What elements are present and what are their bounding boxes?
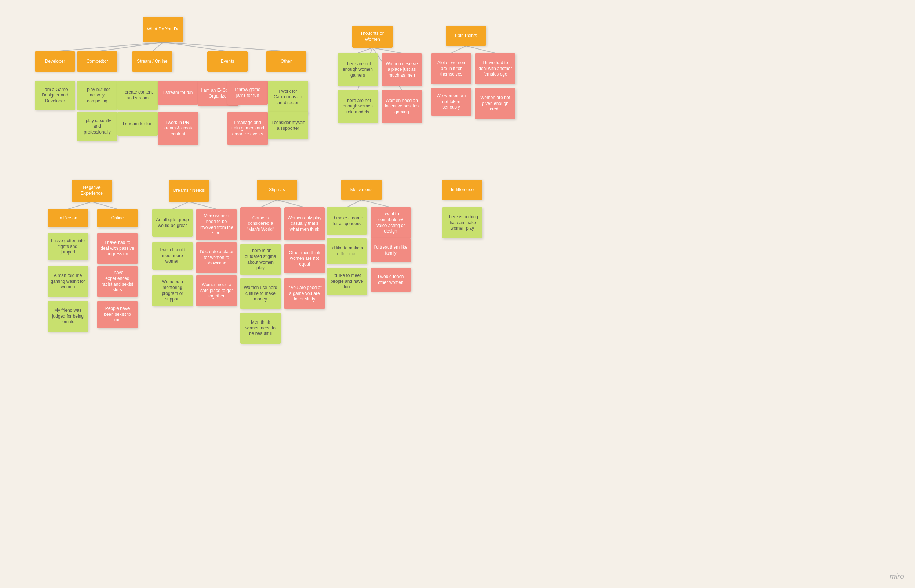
sticky-women-use-nerd[interactable]: Women use nerd culture to make money	[240, 278, 281, 309]
sticky-motivations[interactable]: Motivations	[341, 180, 382, 200]
sticky-all-girls-group[interactable]: An all girls group would be great	[152, 209, 192, 237]
sticky-create-content[interactable]: I create content and stream	[117, 81, 158, 110]
sticky-passive-aggression[interactable]: I have had to deal with passive aggressi…	[97, 233, 137, 264]
sticky-people-sexist[interactable]: People have been sexist to me	[97, 301, 137, 328]
sticky-women-play-casually[interactable]: Women only play casually that's what men…	[285, 207, 325, 240]
sticky-wish-meet-more[interactable]: I wish I could meet more women	[152, 242, 192, 270]
sticky-friend-judged[interactable]: My friend was judged for being female	[48, 301, 88, 332]
sticky-men-think-beautiful[interactable]: Men think women need to be beautiful	[240, 313, 281, 344]
sticky-consider-supporter[interactable]: I consider myself a supporter	[268, 112, 308, 139]
sticky-play-not-competing[interactable]: I play but not actively competing	[77, 81, 117, 110]
sticky-not-enough-gamers[interactable]: There are not enough women gamers	[338, 53, 378, 86]
svg-line-1	[97, 42, 163, 51]
sticky-deal-with-ego[interactable]: I have had to deal with another females …	[475, 53, 516, 84]
sticky-other[interactable]: Other	[266, 51, 306, 71]
sticky-game-designer[interactable]: I am a Game Designer and Developer	[35, 81, 75, 110]
sticky-mans-world[interactable]: Game is considered a "Man's World"	[240, 207, 281, 240]
sticky-safe-place-together[interactable]: Women need a safe place to get together	[196, 275, 237, 306]
sticky-nothing-make-play[interactable]: There is nothing that can make women pla…	[442, 207, 482, 238]
sticky-men-not-equal[interactable]: Other men think women are not equal	[285, 244, 325, 273]
sticky-treat-family[interactable]: I'd treat them like family	[370, 238, 411, 262]
sticky-stigmas[interactable]: Stigmas	[257, 180, 297, 200]
sticky-developer[interactable]: Developer	[35, 51, 75, 71]
sticky-stream-for-fun[interactable]: I stream for fun	[158, 81, 198, 105]
svg-line-9	[451, 46, 466, 53]
sticky-fat-or-slutty[interactable]: If you are good at a game you are fat or…	[285, 278, 325, 309]
sticky-indifference[interactable]: Indifference	[442, 180, 482, 200]
svg-line-13	[173, 202, 189, 209]
sticky-negative-experience[interactable]: Negative Experience	[71, 180, 112, 202]
svg-line-18	[361, 200, 391, 207]
miro-logo: miro	[890, 572, 904, 581]
sticky-not-enough-role-models[interactable]: There are not enough women role models	[338, 90, 378, 123]
sticky-not-taken-seriously[interactable]: We women are not taken seriously	[431, 88, 472, 116]
svg-line-6	[372, 48, 402, 53]
sticky-events[interactable]: Events	[207, 51, 247, 71]
sticky-teach-other-women[interactable]: I would teach other women	[370, 268, 411, 292]
sticky-contribute-voice[interactable]: I want to contribute w/ voice acting or …	[370, 207, 411, 238]
sticky-dreams-needs[interactable]: Dreams / Needs	[169, 180, 209, 202]
sticky-more-women-involved[interactable]: More women need to be involved from the …	[196, 209, 237, 240]
sticky-work-for-capcom[interactable]: I work for Capcom as an art director	[268, 81, 308, 114]
svg-line-2	[152, 42, 163, 51]
svg-line-15	[260, 200, 277, 207]
svg-line-14	[189, 202, 217, 209]
svg-line-0	[55, 42, 163, 51]
sticky-alot-in-it[interactable]: Alot of women are in it for themselves	[431, 53, 472, 84]
svg-line-10	[466, 46, 495, 53]
sticky-in-person[interactable]: In Person	[48, 209, 88, 228]
sticky-work-pr[interactable]: I work in PR, stream & create content	[158, 112, 198, 145]
sticky-meet-people-fun[interactable]: I'd like to meet people and have fun	[327, 268, 367, 295]
sticky-need-incentive[interactable]: Women need an incentive besides gaming	[382, 90, 422, 123]
sticky-make-difference[interactable]: I'd like to make a difference	[327, 238, 367, 264]
sticky-make-game-genders[interactable]: I'd make a game for all genders	[327, 207, 367, 235]
svg-line-12	[92, 202, 117, 209]
svg-line-16	[277, 200, 304, 207]
sticky-stream-for-fun2[interactable]: I stream for fun	[117, 112, 158, 136]
sticky-play-casually[interactable]: I play casually and professionally	[77, 112, 117, 141]
svg-line-5	[358, 48, 372, 53]
sticky-competitor[interactable]: Competitor	[77, 51, 117, 71]
sticky-what-do-you-do[interactable]: What Do You Do	[143, 16, 183, 42]
sticky-racist-sexist[interactable]: I have experienced racist and sexist slu…	[97, 266, 137, 297]
sticky-outdated-stigma[interactable]: There is an outdated stigma about women …	[240, 244, 281, 275]
sticky-create-place-showcase[interactable]: I'd create a place for women to showcase	[196, 242, 237, 273]
sticky-manage-train[interactable]: I manage and train gamers and organize e…	[228, 112, 268, 145]
sticky-gotten-fights[interactable]: I have gotten into fights and jumped	[48, 233, 88, 260]
miro-board: What Do You DoDeveloperCompetitorStream …	[0, 0, 915, 588]
sticky-online[interactable]: Online	[97, 209, 137, 228]
sticky-deserve-place[interactable]: Women deserve a place just as much as me…	[382, 53, 422, 86]
svg-line-3	[163, 42, 228, 51]
svg-line-4	[163, 42, 286, 51]
sticky-not-enough-credit[interactable]: Women are not given enough credit	[475, 88, 516, 119]
sticky-pain-points[interactable]: Pain Points	[446, 26, 486, 46]
sticky-stream-online[interactable]: Stream / Online	[132, 51, 173, 71]
svg-line-17	[347, 200, 361, 207]
sticky-throw-game-jams[interactable]: I throw game jams for fun	[228, 81, 268, 105]
sticky-thoughts-on-women[interactable]: Thoughts on Women	[352, 26, 393, 48]
sticky-gaming-not-for-women[interactable]: A man told me gaming wasn't for women	[48, 266, 88, 297]
svg-line-11	[68, 202, 92, 209]
sticky-mentoring-program[interactable]: We need a mentoring program or support	[152, 275, 192, 306]
